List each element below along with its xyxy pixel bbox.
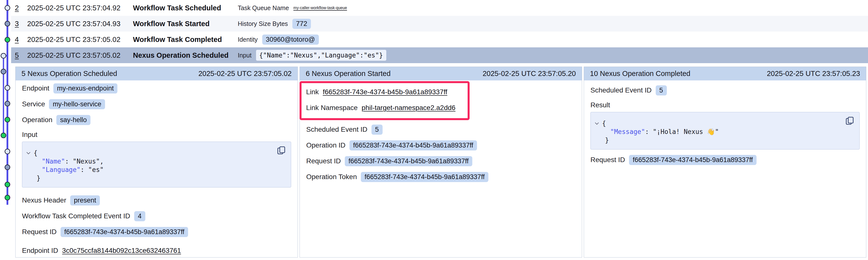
event-timestamp: 2025-02-25 UTC 23:57:05.02: [27, 36, 133, 44]
endpoint-badge: my-nexus-endpoint: [53, 83, 118, 94]
event-timestamp: 2025-02-25 UTC 23:57:04.93: [27, 20, 133, 28]
input-payload-badge: {"Name":"Nexus","Language":"es"}: [256, 50, 386, 61]
event-name: Workflow Task Scheduled: [133, 4, 238, 12]
detail-row-nexus-header: Nexus Header present: [22, 192, 291, 208]
copy-icon: [277, 146, 286, 155]
detail-row-endpoint: Endpoint my-nexus-endpoint: [22, 80, 291, 96]
panel-header[interactable]: 10 Nexus Operation Completed 2025-02-25 …: [584, 67, 866, 80]
copy-icon: [845, 116, 855, 125]
detail-row-wft-completed-event-id: Workflow Task Completed Event ID 4: [22, 208, 291, 224]
service-badge: my-hello-service: [49, 99, 105, 109]
event-row-2[interactable]: 2 2025-02-25 UTC 23:57:04.92 Workflow Ta…: [11, 0, 868, 16]
event-history-table: 2 2025-02-25 UTC 23:57:04.92 Workflow Ta…: [11, 0, 868, 63]
timeline-node-scheduled[interactable]: [5, 149, 10, 154]
timeline-node-scheduled[interactable]: [5, 85, 10, 90]
collapse-chevron-icon[interactable]: [26, 152, 31, 154]
detail-row-operation: Operation say-hello: [22, 112, 291, 128]
scheduled-event-id-badge: 5: [371, 124, 382, 135]
request-id-badge: f665283f-743e-4374-b45b-9a61a89337ff: [345, 156, 472, 166]
event-id-link[interactable]: 4: [15, 36, 27, 44]
detail-row-request-id: Request ID f665283f-743e-4374-b45b-9a61a…: [306, 153, 576, 169]
request-id-badge: f665283f-743e-4374-b45b-9a61a89337ff: [629, 155, 756, 165]
event-attr-label: Input: [238, 52, 252, 59]
panel-nexus-operation-completed: 10 Nexus Operation Completed 2025-02-25 …: [584, 67, 866, 258]
result-json-viewer: { "Message": "¡Hola! Nexus 👋" }: [590, 112, 860, 149]
event-timestamp: 2025-02-25 UTC 23:57:04.92: [27, 4, 133, 12]
timeline-node-started[interactable]: [5, 21, 10, 26]
detail-row-scheduled-event-id: Scheduled Event ID 5: [306, 122, 576, 138]
scheduled-event-id-badge: 5: [656, 85, 667, 96]
collapse-chevron-icon[interactable]: [595, 122, 599, 125]
operation-id-badge: f665283f-743e-4374-b45b-9a61a89337ff: [349, 140, 477, 150]
panel-body: Link f665283f-743e-4374-b45b-9a61a89337f…: [300, 80, 582, 257]
event-id-link[interactable]: 5: [15, 51, 27, 60]
detail-row-request-id: Request ID f665283f-743e-4374-b45b-9a61a…: [22, 224, 291, 240]
detail-row-operation-token: Operation Token f665283f-743e-4374-b45b-…: [306, 169, 576, 185]
timeline-node-scheduled[interactable]: [5, 5, 10, 10]
detail-row-input-label: Input: [22, 128, 291, 142]
detail-row-scheduled-event-id: Scheduled Event ID 5: [590, 82, 860, 98]
panel-nexus-operation-started: 6 Nexus Operation Started 2025-02-25 UTC…: [300, 67, 582, 258]
timeline-node-completed[interactable]: [1, 133, 6, 138]
panel-title: 5 Nexus Operation Scheduled: [22, 70, 117, 78]
detail-row-request-id: Request ID f665283f-743e-4374-b45b-9a61a…: [590, 152, 860, 168]
operation-token-badge: f665283f-743e-4374-b45b-9a61a89337ff: [361, 172, 488, 182]
panel-body: Endpoint my-nexus-endpoint Service my-he…: [16, 80, 298, 259]
panel-timestamp: 2025-02-25 UTC 23:57:05.20: [483, 70, 576, 78]
timeline-node-completed[interactable]: [5, 37, 10, 42]
event-id-link[interactable]: 2: [15, 4, 27, 12]
nexus-header-badge: present: [70, 195, 100, 206]
timeline-node-scheduled[interactable]: [1, 53, 6, 58]
event-row-4[interactable]: 4 2025-02-25 UTC 23:57:05.02 Workflow Ta…: [11, 32, 868, 47]
panel-timestamp: 2025-02-25 UTC 23:57:05.23: [767, 70, 860, 78]
annotation-highlight-box: Link f665283f-743e-4374-b45b-9a61a89337f…: [300, 81, 470, 120]
detail-row-operation-id: Operation ID f665283f-743e-4374-b45b-9a6…: [306, 138, 576, 153]
input-json-viewer: { "Name": "Nexus", "Language": "es" }: [22, 142, 291, 187]
event-row-5-selected[interactable]: 5 2025-02-25 UTC 23:57:05.02 Nexus Opera…: [11, 47, 868, 63]
event-row-3[interactable]: 3 2025-02-25 UTC 23:57:04.93 Workflow Ta…: [11, 16, 868, 32]
detail-row-link: Link f665283f-743e-4374-b45b-9a61a89337f…: [306, 84, 468, 100]
timeline-node-started[interactable]: [1, 69, 6, 74]
timeline-node-started[interactable]: [5, 101, 10, 106]
event-timestamp: 2025-02-25 UTC 23:57:05.02: [27, 51, 133, 60]
task-queue-link[interactable]: my-caller-workflow-task-queue: [293, 6, 347, 10]
detail-row-result-label: Result: [590, 98, 860, 112]
timeline-node-completed[interactable]: [5, 195, 10, 200]
event-name: Workflow Task Completed: [133, 36, 238, 44]
event-detail-panels: 5 Nexus Operation Scheduled 2025-02-25 U…: [15, 67, 866, 258]
copy-button[interactable]: [845, 116, 855, 125]
identity-badge: 30960@totoro@: [262, 35, 319, 45]
link-namespace-link[interactable]: phil-target-namespace2.a2dd6: [362, 104, 456, 112]
workflow-event-history-view: 2 2025-02-25 UTC 23:57:04.92 Workflow Ta…: [0, 0, 868, 260]
panel-header[interactable]: 5 Nexus Operation Scheduled 2025-02-25 U…: [16, 67, 298, 80]
panel-timestamp: 2025-02-25 UTC 23:57:05.02: [198, 70, 292, 78]
timeline-node-completed[interactable]: [5, 182, 10, 187]
panel-nexus-operation-scheduled: 5 Nexus Operation Scheduled 2025-02-25 U…: [15, 67, 298, 258]
operation-badge: say-hello: [56, 115, 90, 125]
detail-row-service: Service my-hello-service: [22, 96, 291, 112]
link-event-link[interactable]: f665283f-743e-4374-b45b-9a61a89337ff: [323, 88, 447, 96]
event-name: Nexus Operation Scheduled: [133, 51, 238, 60]
detail-row-endpoint-id: Endpoint ID 3c0c75ccfa8144b092c13ce63246…: [22, 243, 291, 259]
timeline-node-completed[interactable]: [5, 117, 10, 122]
timeline-node-started[interactable]: [5, 165, 10, 170]
event-attr-label: History Size Bytes: [238, 20, 288, 27]
endpoint-id-link[interactable]: 3c0c75ccfa8144b092c13ce632463761: [62, 247, 181, 255]
event-id-badge: 4: [134, 211, 145, 221]
event-name: Workflow Task Started: [133, 20, 238, 28]
panel-title: 10 Nexus Operation Completed: [590, 70, 690, 78]
panel-header[interactable]: 6 Nexus Operation Started 2025-02-25 UTC…: [300, 67, 582, 80]
event-attr-label: Identity: [238, 36, 258, 43]
event-id-link[interactable]: 3: [15, 20, 27, 28]
panel-title: 6 Nexus Operation Started: [306, 70, 391, 78]
request-id-badge: f665283f-743e-4374-b45b-9a61a89337ff: [61, 227, 188, 237]
panel-body: Scheduled Event ID 5 Result { "Message":…: [584, 80, 866, 257]
event-attr-label: Task Queue Name: [238, 4, 289, 11]
history-size-badge: 772: [292, 19, 311, 29]
detail-row-link-namespace: Link Namespace phil-target-namespace2.a2…: [306, 100, 468, 116]
copy-button[interactable]: [277, 146, 286, 155]
